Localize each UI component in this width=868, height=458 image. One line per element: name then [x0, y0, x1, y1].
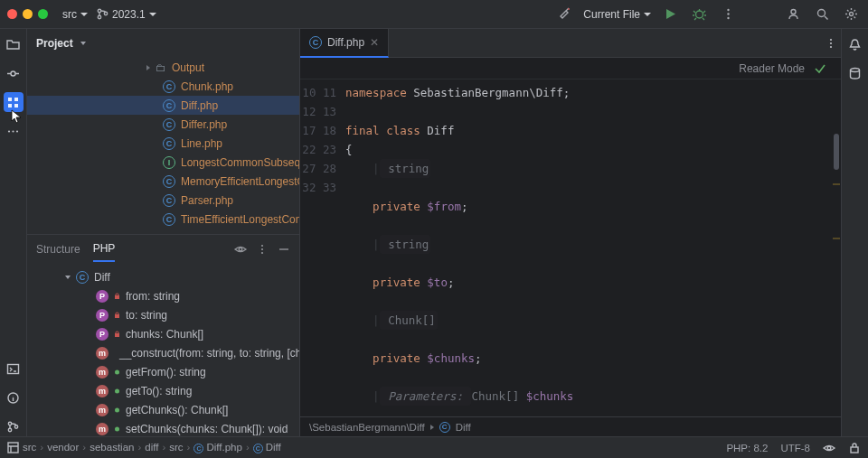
class-file-icon: C [163, 175, 175, 188]
code-editor[interactable]: 10 11 12 13 17 18 22 23 27 28 32 33 name… [300, 79, 841, 416]
svg-point-27 [261, 252, 263, 254]
more-actions-button[interactable] [718, 5, 738, 24]
file-tab-diff[interactable]: C Diff.php ✕ [300, 29, 389, 58]
database-button[interactable] [845, 63, 865, 83]
kebab-icon[interactable] [256, 243, 269, 256]
structure-root[interactable]: C Diff [27, 267, 299, 286]
tree-item-label: TimeEfficientLongestCommo… [181, 213, 299, 226]
tool-windows-icon[interactable] [7, 442, 19, 453]
minimize-icon[interactable] [278, 243, 290, 256]
class-file-icon: C [163, 118, 175, 131]
close-window-icon[interactable] [7, 9, 17, 19]
breadcrumb-item[interactable]: Diff.php [206, 442, 241, 453]
structure-member[interactable]: m getFrom(): string [27, 362, 299, 381]
structure-member[interactable]: m getTo(): string [27, 381, 299, 400]
chevron-down-icon [80, 42, 86, 45]
class-file-icon: C [193, 444, 203, 453]
crumb-class[interactable]: Diff [456, 422, 471, 433]
build-button[interactable] [554, 5, 574, 24]
structure-tool-button[interactable] [4, 92, 24, 112]
terminal-tool-button[interactable] [4, 359, 24, 379]
breadcrumb-item[interactable]: Diff [266, 442, 281, 453]
tab-php[interactable]: PHP [93, 237, 116, 262]
unlock-icon [114, 369, 120, 376]
tree-row[interactable]: CDiffer.php [27, 115, 299, 134]
commit-tool-button[interactable] [4, 63, 24, 83]
encoding-label[interactable]: UTF-8 [780, 443, 810, 453]
structure-member[interactable]: m getChunks(): Chunk[] [27, 400, 299, 419]
reader-mode-icon[interactable] [823, 442, 835, 454]
lock-icon[interactable] [848, 442, 861, 454]
maximize-window-icon[interactable] [38, 9, 48, 19]
structure-member-label: getFrom(): string [126, 366, 206, 379]
svg-point-33 [115, 388, 119, 393]
structure-panel: Structure PHP C DiffP from: stringP to: … [27, 234, 299, 436]
problems-tool-button[interactable] [4, 388, 24, 407]
notifications-button[interactable] [845, 34, 865, 54]
tree-row[interactable]: CMemoryEfficientLongestCom… [27, 172, 299, 191]
svg-point-9 [817, 10, 825, 17]
structure-tree[interactable]: C DiffP from: stringP to: stringP chunks… [27, 264, 299, 436]
svg-rect-40 [8, 443, 18, 453]
debug-button[interactable] [689, 5, 709, 24]
structure-member-label: __construct(from: string, to: string, [c… [119, 347, 299, 360]
lock-icon [114, 331, 120, 338]
code-with-me-button[interactable] [783, 5, 803, 24]
tree-row[interactable]: CParser.php [27, 191, 299, 210]
project-panel-header[interactable]: Project [27, 29, 299, 58]
gutter: 10 11 12 13 17 18 22 23 27 28 32 33 [300, 79, 345, 416]
structure-member[interactable]: P to: string [27, 305, 299, 324]
code-content[interactable]: namespace SebastianBergmann\Diff; final … [345, 79, 841, 416]
reader-mode-label[interactable]: Reader Mode [739, 62, 805, 75]
navigation-breadcrumbs[interactable]: src›vendor›sebastian›diff›src›CDiff.php›… [23, 442, 281, 453]
tab-structure[interactable]: Structure [36, 238, 80, 261]
structure-member[interactable]: m __construct(from: string, to: string, … [27, 343, 299, 362]
structure-member[interactable]: P chunks: Chunk[] [27, 324, 299, 343]
svg-rect-14 [8, 104, 12, 107]
tree-row[interactable]: CDiff.php [27, 96, 299, 115]
visibility-icon[interactable] [234, 243, 247, 256]
svg-point-7 [727, 17, 729, 19]
vcs-tool-button[interactable] [4, 416, 24, 436]
structure-member[interactable]: P from: string [27, 286, 299, 305]
svg-rect-13 [14, 98, 18, 101]
run-button[interactable] [660, 5, 680, 24]
run-config-selector[interactable]: Current File [583, 8, 651, 21]
tree-row[interactable]: CChunk.php [27, 77, 299, 96]
close-tab-icon[interactable]: ✕ [370, 36, 379, 49]
search-icon [816, 7, 829, 21]
search-everywhere-button[interactable] [812, 5, 832, 24]
breadcrumb-item[interactable]: diff [145, 442, 158, 453]
breadcrumb-item[interactable]: src [169, 442, 183, 453]
php-version-label[interactable]: PHP: 8.2 [726, 443, 768, 453]
structure-member[interactable]: m setChunks(chunks: Chunk[]): void [27, 419, 299, 436]
structure-icon [6, 96, 20, 109]
svg-point-23 [14, 425, 17, 427]
tree-row[interactable]: ILongestCommonSubsequenc… [27, 153, 299, 172]
breadcrumb-item[interactable]: src [23, 442, 36, 453]
class-file-icon: C [163, 194, 175, 207]
project-selector[interactable]: src [62, 8, 88, 21]
more-tool-button[interactable] [4, 121, 24, 141]
project-tool-button[interactable] [4, 34, 24, 54]
settings-button[interactable] [841, 5, 861, 24]
kebab-icon[interactable] [825, 37, 837, 50]
crumb-namespace[interactable]: \SebastianBergmann\Diff [309, 422, 425, 433]
tree-row[interactable]: 🗀Output [27, 58, 299, 77]
tree-row[interactable]: CTimeEfficientLongestCommo… [27, 210, 299, 229]
svg-point-38 [830, 45, 832, 47]
project-tree[interactable]: 🗀OutputCChunk.phpCDiff.phpCDiffer.phpCLi… [27, 58, 299, 234]
svg-point-36 [830, 38, 832, 40]
left-tool-strip [0, 29, 27, 436]
tree-item-label: Diff.php [181, 99, 218, 112]
class-icon: C [253, 444, 263, 453]
minimize-window-icon[interactable] [23, 9, 33, 19]
editor-breadcrumbs[interactable]: \SebastianBergmann\Diff C Diff [300, 416, 841, 436]
database-icon [848, 67, 862, 80]
tree-row[interactable]: CLine.php [27, 134, 299, 153]
breadcrumb-item[interactable]: vendor [47, 442, 79, 453]
svg-point-21 [8, 422, 11, 425]
vcs-branch[interactable]: 2023.1 [97, 8, 156, 21]
unlock-icon [114, 388, 120, 395]
breadcrumb-item[interactable]: sebastian [90, 442, 134, 453]
